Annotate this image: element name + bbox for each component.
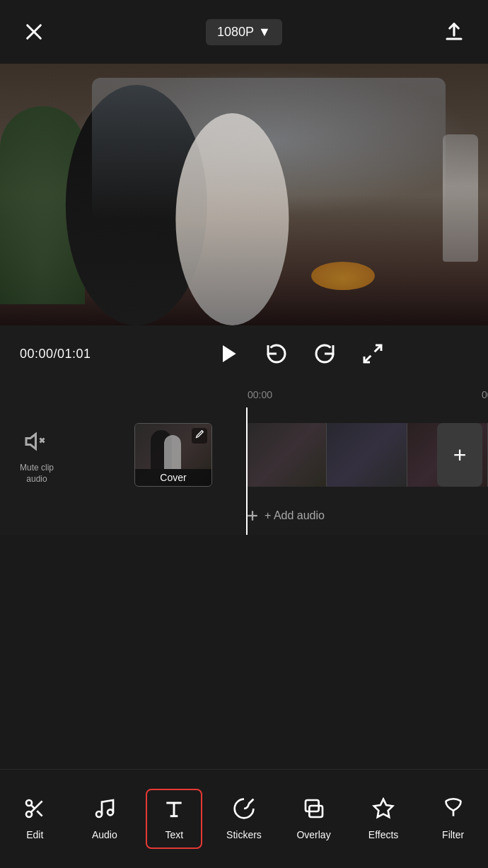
edit-cover-icon <box>192 428 207 444</box>
resolution-label: 1080P <box>217 25 254 40</box>
effects-icon <box>372 797 395 823</box>
playhead <box>246 407 248 535</box>
effects-label: Effects <box>368 829 399 840</box>
tool-overlay[interactable]: Overlay <box>286 790 342 847</box>
chevron-down-icon: ▼ <box>258 25 271 40</box>
redo-button[interactable] <box>312 341 337 366</box>
scissors-icon <box>23 797 46 823</box>
svg-point-18 <box>108 809 113 815</box>
resolution-button[interactable]: 1080P ▼ <box>206 19 282 45</box>
tool-edit[interactable]: Edit <box>6 790 63 847</box>
tool-text[interactable]: Text <box>146 789 202 849</box>
play-button[interactable] <box>216 341 241 366</box>
add-audio-label: + Add audio <box>265 509 325 522</box>
svg-point-17 <box>96 811 102 817</box>
export-button[interactable] <box>440 18 468 46</box>
svg-line-16 <box>31 805 35 809</box>
add-clip-icon: + <box>453 442 467 468</box>
time-display: 00:00/01:01 <box>20 347 133 361</box>
tool-effects[interactable]: Effects <box>355 790 412 847</box>
strip-frame-2 <box>327 423 407 487</box>
bottom-toolbar: Edit Audio Text <box>0 769 488 868</box>
svg-marker-4 <box>223 345 236 362</box>
cover-thumbnail[interactable]: Cover <box>134 423 212 487</box>
tool-audio[interactable]: Audio <box>76 790 133 847</box>
stickers-label: Stickers <box>226 829 262 840</box>
timeline-ruler: 00:00 00:02 <box>0 382 488 407</box>
svg-point-12 <box>26 800 32 806</box>
mute-clip-audio[interactable]: Mute clipaudio <box>20 429 54 485</box>
window-light <box>92 78 446 219</box>
add-audio-button[interactable]: + Add audio <box>246 509 325 522</box>
svg-marker-7 <box>26 434 36 449</box>
sticker-icon <box>233 797 255 823</box>
svg-line-15 <box>37 811 42 816</box>
music-icon <box>93 797 116 823</box>
undo-button[interactable] <box>264 341 289 366</box>
svg-point-13 <box>26 811 32 817</box>
tool-filter[interactable]: Filter <box>425 790 482 847</box>
filter-icon <box>442 797 465 823</box>
text-label: Text <box>165 829 184 840</box>
close-button[interactable] <box>20 18 48 46</box>
cover-thumb-image <box>135 424 211 469</box>
tool-stickers[interactable]: Stickers <box>216 790 272 847</box>
text-icon <box>163 797 185 823</box>
svg-marker-24 <box>374 799 393 817</box>
kitchen-appliance <box>443 134 478 262</box>
strip-frame-1 <box>246 423 327 487</box>
fullscreen-button[interactable] <box>360 341 385 366</box>
ruler-mark-0: 00:00 <box>248 389 272 400</box>
playback-controls <box>216 341 385 366</box>
overlay-label: Overlay <box>296 829 330 840</box>
cover-label: Cover <box>135 469 211 486</box>
top-bar: 1080P ▼ <box>0 0 488 64</box>
filter-label: Filter <box>442 829 464 840</box>
timeline-tracks: Mute clipaudio Cover <box>0 407 488 535</box>
add-clip-button[interactable]: + <box>437 423 482 487</box>
overlay-icon <box>303 797 325 823</box>
mute-icon <box>24 429 50 457</box>
ruler-mark-1: 00:02 <box>482 389 488 400</box>
timeline-controls: 00:00/01:01 <box>0 325 488 382</box>
audio-label: Audio <box>92 829 117 840</box>
video-preview <box>0 64 488 325</box>
fruit-bowl <box>311 262 375 290</box>
edit-label: Edit <box>26 829 43 840</box>
mute-label: Mute clipaudio <box>20 463 54 485</box>
